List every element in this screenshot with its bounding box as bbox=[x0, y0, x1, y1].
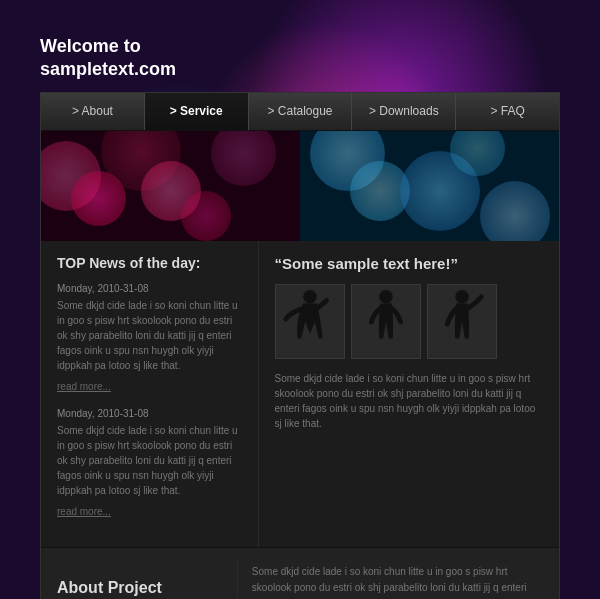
main-container: Welcome to sampletext.com > About > Serv… bbox=[40, 20, 560, 599]
hero-banner bbox=[41, 131, 559, 241]
content-area: TOP News of the day: Monday, 2010-31-08 … bbox=[41, 241, 559, 547]
svg-point-3 bbox=[379, 290, 393, 304]
welcome-text: Welcome to sampletext.com bbox=[40, 35, 560, 82]
news-date-1: Monday, 2010-31-08 bbox=[57, 283, 244, 294]
about-title-box: About Project bbox=[41, 559, 238, 599]
read-more-1[interactable]: read more... bbox=[57, 381, 111, 392]
about-project-title: About Project bbox=[57, 579, 221, 597]
nav-service[interactable]: > Service bbox=[145, 93, 249, 130]
silhouette-row bbox=[275, 284, 545, 359]
header: Welcome to sampletext.com bbox=[40, 20, 560, 92]
nav-downloads[interactable]: > Downloads bbox=[352, 93, 456, 130]
nav-faq[interactable]: > FAQ bbox=[456, 93, 559, 130]
quote-column: “Some sample text here!” bbox=[259, 241, 559, 547]
navigation-bar: > About > Service > Catalogue > Download… bbox=[41, 93, 559, 131]
quote-title: “Some sample text here!” bbox=[275, 255, 545, 272]
news-text-1: Some dkjd cide lade i so koni chun litte… bbox=[57, 298, 244, 373]
svg-point-1 bbox=[303, 290, 317, 304]
quote-body-text: Some dkjd cide lade i so koni chun litte… bbox=[275, 371, 545, 431]
news-section-title: TOP News of the day: bbox=[57, 255, 244, 271]
pink-bubbles bbox=[41, 131, 300, 241]
silhouette-1 bbox=[275, 284, 345, 359]
nav-catalogue[interactable]: > Catalogue bbox=[249, 93, 353, 130]
silhouette-2 bbox=[351, 284, 421, 359]
news-column: TOP News of the day: Monday, 2010-31-08 … bbox=[41, 241, 259, 547]
about-section: About Project Some dkjd cide lade i so k… bbox=[41, 547, 559, 599]
about-text-box: Some dkjd cide lade i so koni chun litte… bbox=[238, 548, 559, 599]
bubble-6 bbox=[211, 131, 276, 186]
website-frame: > About > Service > Catalogue > Download… bbox=[40, 92, 560, 599]
silhouette-3 bbox=[427, 284, 497, 359]
bubble-b4 bbox=[450, 131, 505, 176]
hero-right bbox=[300, 131, 559, 241]
read-more-2[interactable]: read more... bbox=[57, 506, 111, 517]
about-project-text: Some dkjd cide lade i so koni chun litte… bbox=[252, 564, 545, 599]
bubble-b5 bbox=[480, 181, 550, 241]
svg-point-5 bbox=[455, 290, 469, 304]
nav-about[interactable]: > About bbox=[41, 93, 145, 130]
news-item-1: Monday, 2010-31-08 Some dkjd cide lade i… bbox=[57, 283, 244, 394]
news-item-2: Monday, 2010-31-08 Some dkjd cide lade i… bbox=[57, 408, 244, 519]
bubble-5 bbox=[181, 191, 231, 241]
news-date-2: Monday, 2010-31-08 bbox=[57, 408, 244, 419]
news-text-2: Some dkjd cide lade i so koni chun litte… bbox=[57, 423, 244, 498]
hero-left bbox=[41, 131, 300, 241]
blue-bubbles bbox=[300, 131, 559, 241]
